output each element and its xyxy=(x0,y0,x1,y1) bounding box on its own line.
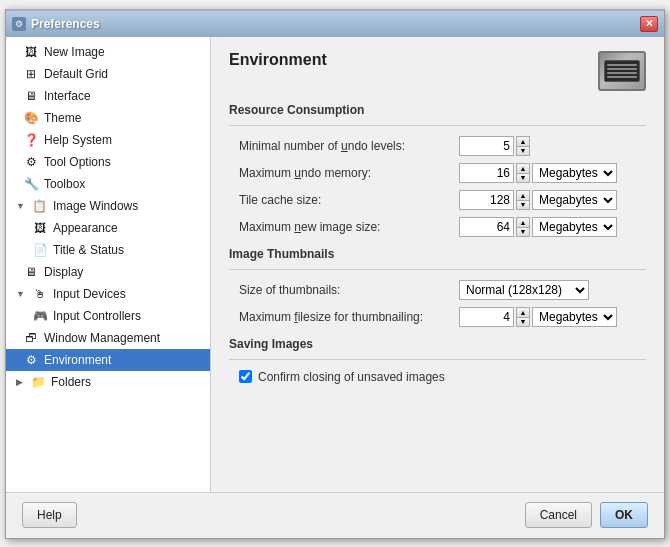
help-button[interactable]: Help xyxy=(22,502,77,528)
expand-arrow: ▶ xyxy=(16,377,23,387)
sidebar-item-default-grid[interactable]: ⊞ Default Grid xyxy=(6,63,210,85)
tile-cache-up[interactable]: ▲ xyxy=(516,190,530,200)
undo-memory-down[interactable]: ▼ xyxy=(516,173,530,183)
divider xyxy=(229,125,646,126)
expand-arrow: ▼ xyxy=(16,201,25,211)
divider3 xyxy=(229,359,646,360)
tile-cache-input[interactable] xyxy=(459,190,514,210)
main-content: Environment Resource Consumption Minimal… xyxy=(211,37,664,492)
folders-icon: 📁 xyxy=(30,374,46,390)
environment-icon: ⚙ xyxy=(23,352,39,368)
section-header-row: Environment xyxy=(229,51,646,91)
undo-levels-up[interactable]: ▲ xyxy=(516,136,530,146)
cancel-button[interactable]: Cancel xyxy=(525,502,592,528)
new-image-icon: 🖼 xyxy=(23,44,39,60)
image-windows-icon: 📋 xyxy=(32,198,48,214)
thumbnail-size-label: Size of thumbnails: xyxy=(239,283,459,297)
app-icon: ⚙ xyxy=(12,17,26,31)
thumbnail-size-select[interactable]: Small (64x64) Normal (128x128) Large (25… xyxy=(459,280,589,300)
max-image-size-spin: ▲ ▼ Kilobytes Megabytes Gigabytes xyxy=(459,217,617,237)
thumbnail-filesize-down[interactable]: ▼ xyxy=(516,317,530,327)
sidebar-item-appearance[interactable]: 🖼 Appearance xyxy=(6,217,210,239)
tile-cache-unit[interactable]: Kilobytes Megabytes Gigabytes xyxy=(532,190,617,210)
undo-memory-unit[interactable]: Kilobytes Megabytes Gigabytes xyxy=(532,163,617,183)
max-image-size-spin-buttons: ▲ ▼ xyxy=(516,217,530,237)
tile-cache-down[interactable]: ▼ xyxy=(516,200,530,210)
thumbnail-filesize-row: Maximum filesize for thumbnailing: ▲ ▼ K… xyxy=(229,307,646,327)
sidebar-item-window-management[interactable]: 🗗 Window Management xyxy=(6,327,210,349)
sidebar-item-title-status[interactable]: 📄 Title & Status xyxy=(6,239,210,261)
saving-section-label: Saving Images xyxy=(229,337,646,351)
tile-cache-label: Tile cache size: xyxy=(239,193,459,207)
btn-right-group: Cancel OK xyxy=(525,502,648,528)
section-title: Environment xyxy=(229,51,327,69)
confirm-checkbox-row: Confirm closing of unsaved images xyxy=(229,370,646,384)
tool-options-icon: ⚙ xyxy=(23,154,39,170)
thumbnail-filesize-up[interactable]: ▲ xyxy=(516,307,530,317)
undo-levels-row: Minimal number of undo levels: ▲ ▼ xyxy=(229,136,646,156)
sidebar-item-environment[interactable]: ⚙ Environment xyxy=(6,349,210,371)
undo-memory-input[interactable] xyxy=(459,163,514,183)
sidebar-item-image-windows[interactable]: ▼ 📋 Image Windows xyxy=(6,195,210,217)
resource-section-label: Resource Consumption xyxy=(229,103,646,117)
undo-memory-spin: ▲ ▼ Kilobytes Megabytes Gigabytes xyxy=(459,163,617,183)
sidebar-item-help-system[interactable]: ❓ Help System xyxy=(6,129,210,151)
max-image-size-input[interactable] xyxy=(459,217,514,237)
undo-levels-spin: ▲ ▼ xyxy=(459,136,530,156)
bottom-bar: Help Cancel OK xyxy=(6,492,664,538)
sidebar-item-tool-options[interactable]: ⚙ Tool Options xyxy=(6,151,210,173)
ok-button[interactable]: OK xyxy=(600,502,648,528)
tile-cache-row: Tile cache size: ▲ ▼ Kilobytes Megabytes… xyxy=(229,190,646,210)
appearance-icon: 🖼 xyxy=(32,220,48,236)
thumbnail-filesize-label: Maximum filesize for thumbnailing: xyxy=(239,310,459,324)
sidebar-item-display[interactable]: 🖥 Display xyxy=(6,261,210,283)
undo-memory-up[interactable]: ▲ xyxy=(516,163,530,173)
help-icon: ❓ xyxy=(23,132,39,148)
ram-icon xyxy=(598,51,646,91)
max-image-size-unit[interactable]: Kilobytes Megabytes Gigabytes xyxy=(532,217,617,237)
input-devices-icon: 🖱 xyxy=(32,286,48,302)
theme-icon: 🎨 xyxy=(23,110,39,126)
window-title: Preferences xyxy=(31,17,100,31)
toolbox-icon: 🔧 xyxy=(23,176,39,192)
sidebar-item-toolbox[interactable]: 🔧 Toolbox xyxy=(6,173,210,195)
tile-cache-spin-buttons: ▲ ▼ xyxy=(516,190,530,210)
sidebar-item-input-devices[interactable]: ▼ 🖱 Input Devices xyxy=(6,283,210,305)
undo-memory-label: Maximum undo memory: xyxy=(239,166,459,180)
thumbnail-filesize-spin-buttons: ▲ ▼ xyxy=(516,307,530,327)
title-bar: ⚙ Preferences ✕ xyxy=(6,11,664,37)
interface-icon: 🖥 xyxy=(23,88,39,104)
close-button[interactable]: ✕ xyxy=(640,16,658,32)
thumbnail-filesize-spin: ▲ ▼ Kilobytes Megabytes Gigabytes xyxy=(459,307,617,327)
preferences-window: ⚙ Preferences ✕ 🖼 New Image ⊞ Default Gr… xyxy=(5,9,665,539)
undo-levels-input[interactable] xyxy=(459,136,514,156)
confirm-checkbox[interactable] xyxy=(239,370,252,383)
sidebar-item-new-image[interactable]: 🖼 New Image xyxy=(6,41,210,63)
max-image-size-label: Maximum new image size: xyxy=(239,220,459,234)
window-mgmt-icon: 🗗 xyxy=(23,330,39,346)
sidebar: 🖼 New Image ⊞ Default Grid 🖥 Interface 🎨… xyxy=(6,37,211,492)
thumbnail-size-row: Size of thumbnails: Small (64x64) Normal… xyxy=(229,280,646,300)
undo-levels-down[interactable]: ▼ xyxy=(516,146,530,156)
sidebar-item-folders[interactable]: ▶ 📁 Folders xyxy=(6,371,210,393)
undo-memory-spin-buttons: ▲ ▼ xyxy=(516,163,530,183)
thumbnail-filesize-unit[interactable]: Kilobytes Megabytes Gigabytes xyxy=(532,307,617,327)
max-image-size-up[interactable]: ▲ xyxy=(516,217,530,227)
grid-icon: ⊞ xyxy=(23,66,39,82)
expand-arrow: ▼ xyxy=(16,289,25,299)
input-controllers-icon: 🎮 xyxy=(32,308,48,324)
thumbnail-filesize-input[interactable] xyxy=(459,307,514,327)
undo-levels-spin-buttons: ▲ ▼ xyxy=(516,136,530,156)
sidebar-item-theme[interactable]: 🎨 Theme xyxy=(6,107,210,129)
display-icon: 🖥 xyxy=(23,264,39,280)
title-status-icon: 📄 xyxy=(32,242,48,258)
thumbnails-section-label: Image Thumbnails xyxy=(229,247,646,261)
undo-memory-row: Maximum undo memory: ▲ ▼ Kilobytes Megab… xyxy=(229,163,646,183)
sidebar-item-input-controllers[interactable]: 🎮 Input Controllers xyxy=(6,305,210,327)
title-bar-left: ⚙ Preferences xyxy=(12,17,100,31)
confirm-checkbox-label: Confirm closing of unsaved images xyxy=(258,370,445,384)
ram-chip xyxy=(604,60,640,82)
sidebar-item-interface[interactable]: 🖥 Interface xyxy=(6,85,210,107)
max-image-size-down[interactable]: ▼ xyxy=(516,227,530,237)
max-image-size-row: Maximum new image size: ▲ ▼ Kilobytes Me… xyxy=(229,217,646,237)
